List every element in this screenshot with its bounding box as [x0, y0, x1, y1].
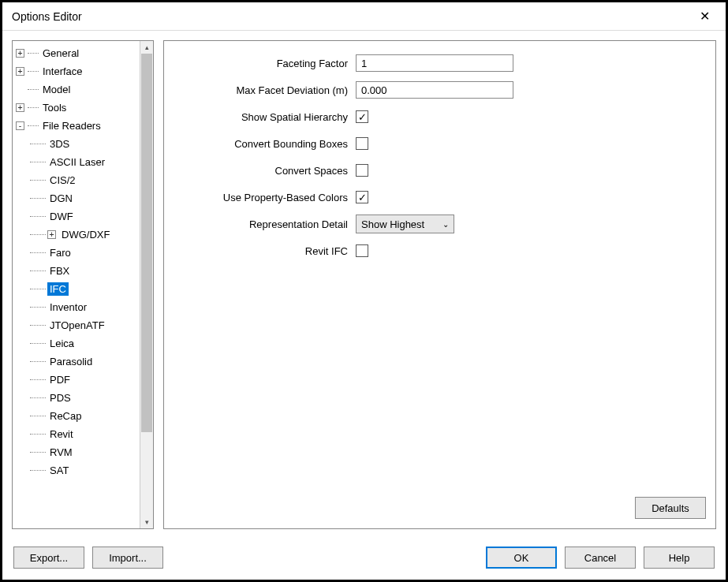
tree-item-ifc[interactable]: IFC	[14, 280, 138, 298]
tree-item-label: IFC	[47, 282, 69, 296]
tree-item-tools[interactable]: +Tools	[14, 99, 138, 117]
tree-item-label: FBX	[47, 264, 72, 278]
tree-item-revit[interactable]: Revit	[14, 425, 138, 443]
tree-item-label: CIS/2	[47, 173, 78, 187]
use-property-colors-label: Use Property-Based Colors	[178, 192, 356, 203]
dialog-footer: Export... Import... OK Cancel Help	[2, 539, 726, 580]
collapse-icon[interactable]: -	[16, 121, 24, 130]
tree-item-file-readers[interactable]: -File Readers	[14, 117, 138, 135]
tree-item-label: Inventor	[47, 300, 89, 314]
tree-item-label: DWG/DXF	[59, 228, 112, 241]
import-button[interactable]: Import...	[92, 547, 163, 569]
tree-item-3ds[interactable]: 3DS	[14, 135, 138, 153]
max-facet-deviation-input[interactable]	[356, 81, 513, 99]
tree-item-label: Tools	[40, 101, 69, 114]
export-button[interactable]: Export...	[13, 547, 84, 569]
tree-item-label: DGN	[47, 192, 75, 205]
tree-item-pdf[interactable]: PDF	[14, 371, 138, 389]
options-tree-panel: +General+Interface Model+Tools-File Read…	[12, 40, 154, 529]
dialog-body: +General+Interface Model+Tools-File Read…	[2, 31, 726, 539]
tree-item-dgn[interactable]: DGN	[14, 189, 138, 207]
use-property-colors-checkbox[interactable]	[356, 191, 368, 203]
revit-ifc-label: Revit IFC	[178, 245, 356, 257]
tree-item-label: DWF	[47, 210, 76, 223]
tree-item-label: Model	[40, 83, 73, 96]
scroll-thumb[interactable]	[141, 54, 152, 432]
max-facet-deviation-label: Max Facet Deviation (m)	[178, 84, 356, 96]
tree-item-label: Faro	[47, 246, 73, 259]
tree-item-label: PDF	[47, 373, 73, 386]
cancel-button[interactable]: Cancel	[565, 547, 636, 569]
defaults-button[interactable]: Defaults	[635, 497, 706, 519]
faceting-factor-input[interactable]	[356, 54, 513, 72]
tree-item-label: Interface	[40, 65, 85, 78]
tree-item-fbx[interactable]: FBX	[14, 262, 138, 280]
tree-item-label: PDS	[47, 391, 73, 405]
tree-item-rvm[interactable]: RVM	[14, 443, 138, 461]
tree-item-dwg-dxf[interactable]: +DWG/DXF	[14, 226, 138, 244]
tree-item-ascii-laser[interactable]: ASCII Laser	[14, 153, 138, 171]
tree-item-pds[interactable]: PDS	[14, 389, 138, 407]
faceting-factor-label: Faceting Factor	[178, 58, 356, 69]
representation-detail-value: Show Highest	[361, 218, 424, 230]
show-spatial-hierarchy-label: Show Spatial Hierarchy	[178, 111, 356, 123]
tree-item-interface[interactable]: +Interface	[14, 62, 138, 80]
tree-item-label: General	[40, 47, 81, 60]
tree-item-label: 3DS	[47, 137, 72, 151]
tree-item-faro[interactable]: Faro	[14, 244, 138, 262]
convert-spaces-checkbox[interactable]	[356, 164, 368, 177]
tree-item-recap[interactable]: ReCap	[14, 407, 138, 425]
tree-item-cis-2[interactable]: CIS/2	[14, 171, 138, 189]
show-spatial-hierarchy-checkbox[interactable]	[356, 110, 368, 123]
convert-spaces-label: Convert Spaces	[178, 165, 356, 177]
tree-item-general[interactable]: +General	[14, 44, 138, 62]
revit-ifc-checkbox[interactable]	[356, 244, 368, 257]
representation-detail-select[interactable]: Show Highest ⌄	[356, 215, 454, 233]
tree-item-sat[interactable]: SAT	[14, 461, 138, 479]
tree-item-model[interactable]: Model	[14, 80, 138, 99]
tree-item-parasolid[interactable]: Parasolid	[14, 353, 138, 371]
window-title: Options Editor	[12, 10, 82, 23]
chevron-down-icon: ⌄	[442, 220, 449, 229]
expand-icon[interactable]: +	[47, 230, 56, 239]
options-content-panel: Faceting Factor Max Facet Deviation (m) …	[163, 40, 716, 529]
expand-icon[interactable]: +	[16, 103, 24, 112]
tree-item-dwf[interactable]: DWF	[14, 207, 138, 226]
tree-item-label: ReCap	[47, 409, 84, 423]
titlebar: Options Editor ✕	[2, 2, 726, 31]
tree-item-leica[interactable]: Leica	[14, 334, 138, 353]
convert-bounding-boxes-checkbox[interactable]	[356, 137, 368, 150]
options-editor-window: Options Editor ✕ +General+Interface Mode…	[2, 2, 726, 580]
tree-scrollbar[interactable]: ▴ ▾	[140, 41, 153, 528]
tree-item-label: SAT	[47, 464, 71, 477]
tree-item-inventor[interactable]: Inventor	[14, 298, 138, 316]
help-button[interactable]: Help	[644, 547, 715, 569]
tree-item-label: Revit	[47, 427, 76, 441]
convert-bounding-boxes-label: Convert Bounding Boxes	[178, 138, 356, 150]
tree-item-label: Leica	[47, 337, 77, 350]
expand-icon[interactable]: +	[16, 49, 24, 58]
scroll-up-icon[interactable]: ▴	[140, 41, 153, 54]
tree-item-label: File Readers	[40, 119, 103, 132]
representation-detail-label: Representation Detail	[178, 218, 356, 230]
ok-button[interactable]: OK	[486, 547, 557, 569]
tree-item-jtopenatf[interactable]: JTOpenATF	[14, 316, 138, 334]
close-icon[interactable]: ✕	[693, 9, 716, 24]
options-tree[interactable]: +General+Interface Model+Tools-File Read…	[13, 41, 140, 528]
tree-item-label: ASCII Laser	[47, 155, 107, 169]
expand-icon[interactable]: +	[16, 67, 24, 76]
tree-item-label: Parasolid	[47, 355, 95, 368]
tree-item-label: RVM	[47, 446, 75, 459]
scroll-down-icon[interactable]: ▾	[140, 516, 153, 528]
tree-item-label: JTOpenATF	[47, 319, 107, 332]
